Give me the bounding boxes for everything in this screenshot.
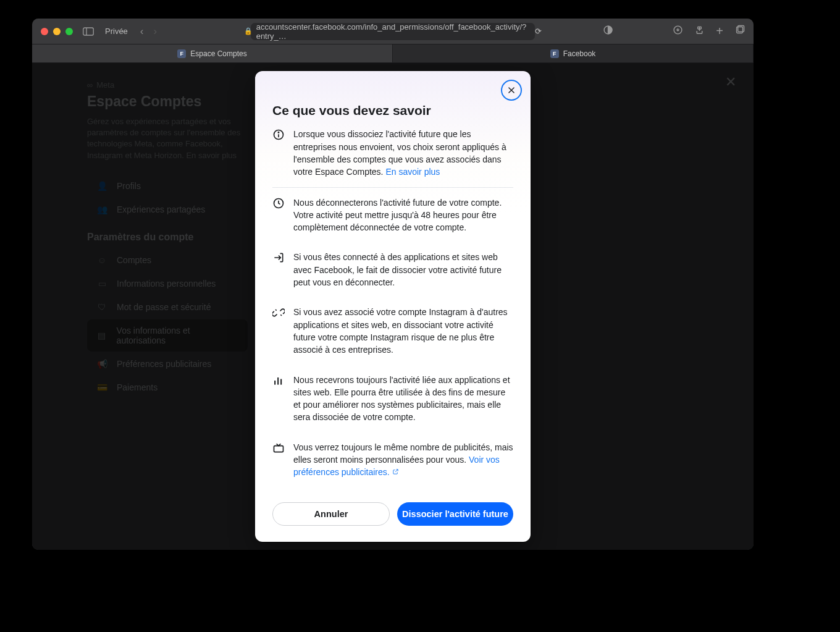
toolbar-right-icons: + [603, 24, 745, 38]
svg-rect-13 [274, 445, 284, 452]
tab-favicon: F [550, 49, 559, 58]
logout-icon [272, 251, 285, 289]
private-mode-label: Privée [105, 27, 128, 36]
info-icon [272, 129, 285, 178]
modal-item-text: Si vous êtes connecté à des applications… [293, 251, 513, 289]
forward-button[interactable]: › [154, 25, 158, 38]
learn-more-link[interactable]: En savoir plus [385, 167, 440, 177]
cancel-button[interactable]: Annuler [272, 502, 390, 526]
window-minimize-button[interactable] [53, 28, 61, 35]
browser-window: Privée ‹ › 🔒 accountscenter.facebook.com… [32, 19, 754, 550]
modal-item-text: Nous recevrons toujours l'activité liée … [293, 374, 513, 424]
external-link-icon [392, 468, 399, 475]
window-maximize-button[interactable] [65, 28, 73, 35]
nav-arrows: ‹ › [140, 25, 157, 38]
modal-item: Nous déconnecterons l'activité future de… [272, 188, 513, 243]
modal-body: Lorsque vous dissociez l'activité future… [255, 128, 531, 487]
share-icon[interactable] [694, 25, 705, 38]
sidebar-toggle-icon[interactable] [83, 27, 94, 36]
unlink-icon [272, 306, 285, 356]
tab-overview-icon[interactable] [734, 25, 745, 38]
modal-item-text: Lorsque vous dissociez l'activité future… [293, 128, 513, 178]
tab-label: Espace Comptes [190, 49, 246, 58]
new-tab-icon[interactable]: + [716, 24, 723, 38]
address-bar[interactable]: 🔒 accountscenter.facebook.com/info_and_p… [251, 23, 535, 40]
browser-toolbar: Privée ‹ › 🔒 accountscenter.facebook.com… [32, 19, 754, 44]
window-close-button[interactable] [41, 28, 48, 35]
modal-footer: Annuler Dissocier l'activité future [255, 487, 531, 542]
confirm-modal: Ce que vous devez savoir Lorsque vous di… [255, 71, 531, 541]
traffic-lights [41, 28, 73, 35]
modal-item-text: Si vous avez associé votre compte Instag… [293, 306, 513, 356]
modal-item: Lorsque vous dissociez l'activité future… [272, 128, 513, 187]
close-icon [507, 86, 516, 95]
svg-point-8 [278, 132, 279, 133]
svg-rect-0 [83, 28, 94, 35]
page-content: ✕ ∞Meta Espace Comptes Gérez vos expérie… [32, 63, 754, 550]
download-icon[interactable] [673, 25, 683, 38]
tab-favicon: F [177, 49, 186, 58]
clock-icon [272, 197, 285, 234]
modal-title: Ce que vous devez savoir [255, 71, 531, 128]
modal-item: Si vous avez associé votre compte Instag… [272, 297, 513, 364]
tv-icon [272, 442, 285, 479]
back-button[interactable]: ‹ [140, 25, 144, 38]
modal-item-text: Nous déconnecterons l'activité future de… [293, 196, 513, 234]
tab-label: Facebook [563, 49, 596, 58]
modal-overlay: Ce que vous devez savoir Lorsque vous di… [32, 63, 754, 550]
modal-item: Vous verrez toujours le même nombre de p… [272, 432, 513, 487]
tab-facebook[interactable]: F Facebook [393, 44, 754, 62]
modal-item: Si vous êtes connecté à des applications… [272, 242, 513, 297]
lock-icon: 🔒 [244, 27, 253, 35]
confirm-button[interactable]: Dissocier l'activité future [397, 502, 513, 526]
reload-icon[interactable]: ⟳ [535, 27, 542, 36]
modal-item-text: Vous verrez toujours le même nombre de p… [293, 441, 513, 479]
tab-espace-comptes[interactable]: F Espace Comptes [32, 44, 393, 62]
shield-icon[interactable] [603, 25, 613, 38]
browser-tabs: F Espace Comptes F Facebook [32, 44, 754, 63]
bar-chart-icon [272, 374, 285, 424]
url-text: accountscenter.facebook.com/info_and_per… [256, 22, 527, 41]
modal-item: Nous recevrons toujours l'activité liée … [272, 365, 513, 432]
